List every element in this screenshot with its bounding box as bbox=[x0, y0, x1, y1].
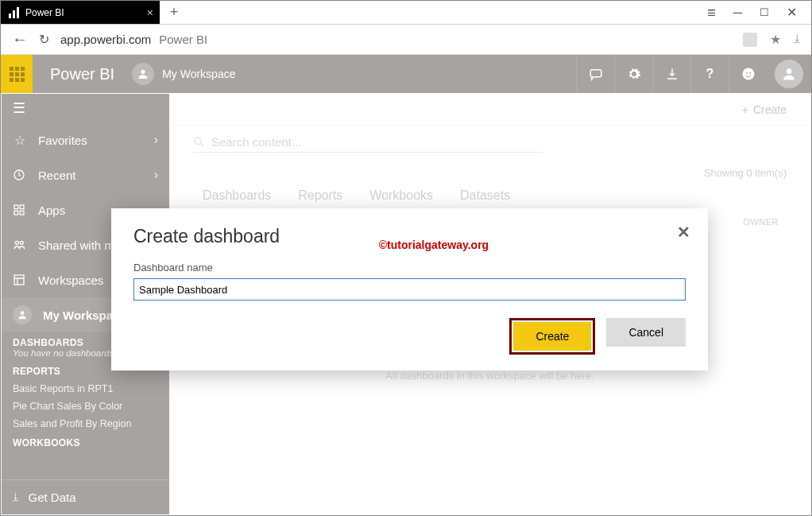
report-link[interactable]: Pie Chart Sales By Color bbox=[2, 398, 169, 415]
messages-icon[interactable] bbox=[576, 55, 614, 93]
browser-menu-icon[interactable]: ≡ bbox=[707, 6, 716, 20]
waffle-icon bbox=[10, 67, 25, 82]
watermark-text: ©tutorialgateway.org bbox=[379, 239, 489, 251]
powerbi-icon bbox=[9, 7, 19, 18]
svg-rect-7 bbox=[14, 205, 18, 209]
svg-point-0 bbox=[141, 70, 145, 74]
create-button-highlight: Create bbox=[509, 318, 595, 355]
window-minimize-icon[interactable]: ─ bbox=[733, 6, 742, 20]
tab-dashboards[interactable]: Dashboards bbox=[203, 188, 271, 203]
col-owner: OWNER bbox=[743, 217, 787, 227]
app-header: Power BI My Workspace ? bbox=[1, 55, 811, 93]
svg-point-5 bbox=[787, 68, 792, 74]
tab-reports[interactable]: Reports bbox=[298, 188, 342, 203]
url-title: Power BI bbox=[159, 33, 207, 46]
reload-icon[interactable]: ↻ bbox=[39, 32, 49, 47]
svg-rect-9 bbox=[14, 211, 18, 215]
back-icon[interactable]: ← bbox=[12, 30, 28, 48]
search-placeholder: Search content... bbox=[211, 135, 301, 149]
workspace-label: My Workspace bbox=[162, 68, 235, 80]
new-tab-button[interactable]: + bbox=[160, 1, 188, 24]
star-icon: ☆ bbox=[13, 133, 27, 148]
tab-datasets[interactable]: Datasets bbox=[460, 188, 510, 203]
create-button[interactable]: Create bbox=[753, 103, 787, 116]
avatar-icon bbox=[13, 305, 32, 324]
workspace-switcher[interactable]: My Workspace bbox=[132, 63, 235, 85]
nav-favorites[interactable]: ☆ Favorites › bbox=[2, 122, 169, 157]
svg-rect-13 bbox=[14, 275, 24, 285]
cancel-button[interactable]: Cancel bbox=[606, 318, 686, 347]
download-icon[interactable]: ↓─ bbox=[794, 34, 800, 45]
nav-label: Shared with me bbox=[38, 239, 121, 252]
report-link[interactable]: Sales and Profit By Region bbox=[2, 415, 169, 433]
lock-icon bbox=[743, 33, 757, 47]
svg-rect-8 bbox=[20, 205, 24, 209]
avatar-icon bbox=[132, 63, 154, 85]
workspaces-icon bbox=[13, 274, 27, 286]
tab-workbooks[interactable]: Workbooks bbox=[369, 188, 433, 203]
hamburger-icon[interactable]: ☰ bbox=[2, 94, 169, 122]
bookmark-star-icon[interactable]: ★ bbox=[770, 32, 781, 47]
close-tab-icon[interactable]: × bbox=[147, 6, 153, 19]
apps-icon bbox=[13, 204, 27, 216]
browser-tab-active[interactable]: Power BI × bbox=[1, 1, 160, 24]
search-icon bbox=[193, 136, 205, 148]
svg-rect-10 bbox=[20, 211, 24, 215]
browser-tab-strip: Power BI × + ≡ ─ ☐ ✕ bbox=[1, 1, 811, 25]
workbooks-heading: WORKBOOKS bbox=[13, 437, 158, 448]
create-button[interactable]: Create bbox=[513, 322, 591, 351]
help-icon[interactable]: ? bbox=[690, 55, 729, 93]
user-avatar[interactable] bbox=[775, 60, 803, 88]
arrow-down-icon: ↓─ bbox=[13, 492, 19, 502]
dialog-close-icon[interactable]: ✕ bbox=[677, 223, 690, 242]
get-data-button[interactable]: ↓─ Get Data bbox=[2, 479, 169, 514]
item-count: Showing 0 item(s) bbox=[704, 167, 787, 179]
window-close-icon[interactable]: ✕ bbox=[787, 5, 797, 20]
svg-point-12 bbox=[20, 241, 23, 244]
create-dashboard-dialog: Create dashboard ✕ ©tutorialgateway.org … bbox=[111, 208, 708, 371]
get-data-label: Get Data bbox=[29, 491, 76, 504]
app-launcher-button[interactable] bbox=[1, 55, 33, 93]
window-maximize-icon[interactable]: ☐ bbox=[760, 6, 769, 18]
nav-label: Apps bbox=[38, 204, 65, 217]
nav-recent[interactable]: Recent › bbox=[2, 157, 169, 192]
nav-label: Workspaces bbox=[38, 274, 103, 287]
url-field[interactable]: app.powerbi.com Power BI bbox=[60, 33, 732, 46]
shared-icon bbox=[13, 239, 27, 251]
nav-label: Favorites bbox=[38, 134, 87, 147]
clock-icon bbox=[13, 169, 27, 181]
browser-url-bar: ← ↻ app.powerbi.com Power BI ★ ↓─ bbox=[1, 25, 811, 55]
chevron-right-icon: › bbox=[154, 168, 158, 182]
empty-state-subtitle: All dashboards in this workspace will be… bbox=[193, 370, 787, 382]
feedback-smiley-icon[interactable] bbox=[729, 55, 767, 93]
svg-point-2 bbox=[742, 68, 754, 80]
chevron-right-icon: › bbox=[154, 133, 158, 147]
dashboard-name-label: Dashboard name bbox=[133, 262, 686, 274]
nav-label: Recent bbox=[38, 169, 76, 182]
svg-point-11 bbox=[15, 241, 18, 244]
brand-label: Power BI bbox=[33, 65, 132, 83]
settings-gear-icon[interactable] bbox=[614, 55, 652, 93]
download-app-icon[interactable] bbox=[652, 55, 690, 93]
svg-rect-1 bbox=[590, 70, 601, 77]
svg-point-3 bbox=[745, 72, 747, 74]
url-host: app.powerbi.com bbox=[60, 33, 151, 46]
svg-point-15 bbox=[195, 138, 202, 145]
svg-point-14 bbox=[21, 311, 25, 315]
report-link[interactable]: Basic Reports in RPT1 bbox=[2, 380, 169, 398]
svg-point-4 bbox=[749, 72, 751, 74]
tab-title: Power BI bbox=[25, 7, 64, 18]
dashboard-name-input[interactable] bbox=[133, 278, 686, 301]
plus-icon: + bbox=[742, 103, 748, 116]
search-input[interactable]: Search content... bbox=[193, 132, 543, 153]
